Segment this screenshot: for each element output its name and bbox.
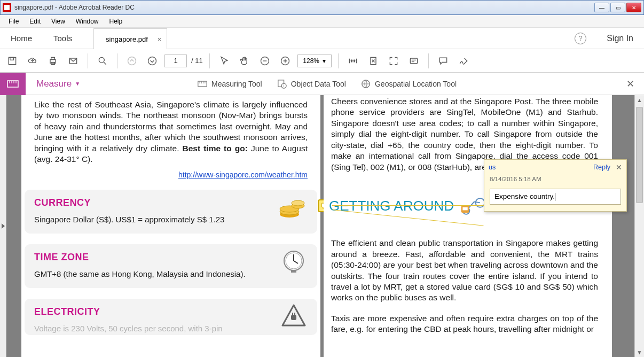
hand-tool-icon[interactable] [237, 53, 253, 69]
email-icon[interactable] [65, 53, 81, 69]
annotation-connector [332, 205, 484, 206]
zoom-select[interactable]: 128%▾ [297, 55, 332, 67]
close-button[interactable]: ✕ [626, 3, 641, 12]
comment-icon[interactable] [435, 53, 451, 69]
close-measure-bar[interactable]: ✕ [626, 78, 634, 90]
window-title: singapore.pdf - Adobe Acrobat Reader DC [14, 4, 594, 11]
getting-around-p1: The efficient and clean public transport… [324, 238, 612, 304]
climate-paragraph: Like the rest of Southeast Asia, Singapo… [21, 99, 320, 165]
sign-in-link[interactable]: Sign In [596, 28, 644, 49]
fullscreen-icon[interactable] [386, 53, 402, 69]
minimize-button[interactable]: — [594, 3, 609, 12]
measure-toolbar: Measure ▼ Measuring Tool i Object Data T… [0, 73, 644, 95]
scroll-up-icon[interactable]: ▲ [635, 95, 644, 105]
svg-point-23 [292, 200, 304, 206]
comment-popup[interactable]: us Reply ✕ 8/14/2016 5:18 AM Expensive c… [484, 159, 627, 212]
timezone-card: TIME ZONE GMT+8 (the same as Hong Kong, … [25, 244, 317, 288]
comment-date: 8/14/2016 5:18 AM [484, 175, 626, 185]
timezone-text: GMT+8 (the same as Hong Kong, Malaysia a… [34, 269, 308, 278]
zoom-out-icon[interactable] [257, 53, 273, 69]
svg-point-8 [148, 57, 156, 65]
coins-icon [277, 193, 311, 220]
electricity-card: ELECTRICITY Voltage is 230 Volts, 50 cyc… [25, 299, 317, 335]
page-total: / 11 [191, 57, 203, 65]
page-down-icon[interactable] [144, 53, 160, 69]
app-tab-row: Home Tools singapore.pdf × ? Sign In [0, 28, 644, 49]
fit-page-icon[interactable] [365, 53, 381, 69]
plug-warning-icon [277, 302, 311, 329]
menu-file[interactable]: File [3, 16, 24, 27]
currency-card: CURRENCY Singapore Dollar (S$). US$1 = a… [25, 190, 317, 234]
svg-rect-12 [410, 58, 417, 64]
clock-icon [277, 247, 311, 274]
read-mode-icon[interactable] [406, 53, 422, 69]
currency-title: CURRENCY [34, 197, 308, 208]
svg-rect-3 [51, 57, 55, 59]
window-titlebar: singapore.pdf - Adobe Acrobat Reader DC … [0, 0, 644, 15]
fit-width-icon[interactable] [345, 53, 361, 69]
search-icon[interactable] [95, 53, 111, 69]
svg-rect-26 [291, 270, 296, 273]
svg-rect-13 [7, 81, 18, 87]
measuring-tool-label: Measuring Tool [211, 80, 262, 88]
currency-text: Singapore Dollar (S$). US$1 = approximat… [34, 215, 308, 224]
page-up-icon[interactable] [124, 53, 140, 69]
app-icon [3, 3, 11, 12]
zoom-in-icon[interactable] [277, 53, 293, 69]
page-view[interactable]: Like the rest of Southeast Asia, Singapo… [6, 95, 634, 357]
menu-view[interactable]: View [46, 16, 70, 27]
geospatial-tool-button[interactable]: Geospatial Location Tool [361, 79, 457, 89]
maximize-button[interactable]: ▭ [610, 3, 625, 12]
menu-edit[interactable]: Edit [24, 16, 46, 27]
chevron-down-icon: ▾ [323, 57, 326, 65]
getting-around-title: GETTING AROUND [324, 196, 454, 216]
caret-down-icon: ▼ [75, 81, 80, 87]
scroll-thumb[interactable] [636, 107, 643, 203]
svg-point-6 [99, 57, 104, 63]
getting-around-p2: Taxis are more expensive and often requi… [324, 313, 612, 335]
main-toolbar: / 11 128%▾ [0, 49, 644, 73]
measure-badge-icon[interactable] [0, 73, 26, 95]
weather-link[interactable]: http://www-singapore.com/weather.htm [21, 165, 320, 179]
tab-home[interactable]: Home [0, 28, 43, 49]
object-data-tool-button[interactable]: i Object Data Tool [277, 79, 346, 89]
cloud-upload-icon[interactable] [25, 53, 41, 69]
object-data-tool-label: Object Data Tool [291, 80, 346, 88]
comment-close-icon[interactable]: ✕ [616, 163, 622, 172]
svg-rect-14 [198, 81, 207, 87]
scroll-down-icon[interactable]: ▼ [635, 347, 644, 357]
triangle-right-icon [2, 223, 5, 229]
svg-point-7 [128, 57, 136, 65]
document-workspace: Like the rest of Southeast Asia, Singapo… [0, 95, 644, 357]
page-number-input[interactable] [164, 55, 187, 67]
sign-icon[interactable] [455, 53, 472, 69]
navigation-pane-toggle[interactable] [0, 95, 6, 357]
measure-dropdown[interactable]: Measure ▼ [26, 79, 91, 89]
save-icon[interactable] [4, 53, 20, 69]
electricity-text: Voltage is 230 Volts, 50 cycles per seco… [34, 324, 308, 333]
comment-author: us [489, 164, 496, 171]
zoom-value: 128% [303, 57, 319, 65]
timezone-title: TIME ZONE [34, 252, 308, 263]
print-icon[interactable] [45, 53, 61, 69]
electricity-title: ELECTRICITY [34, 306, 308, 317]
tab-document-label: singapore.pdf [106, 35, 148, 43]
tab-document[interactable]: singapore.pdf × [93, 28, 167, 49]
measure-title-label: Measure [36, 79, 72, 89]
page-left: Like the rest of Southeast Asia, Singapo… [21, 95, 320, 357]
measuring-tool-button[interactable]: Measuring Tool [198, 79, 262, 89]
tab-tools[interactable]: Tools [43, 28, 83, 49]
comment-reply-link[interactable]: Reply [593, 164, 610, 171]
help-icon[interactable]: ? [575, 33, 586, 44]
vertical-scrollbar[interactable]: ▲ ▼ [634, 95, 644, 357]
menu-help[interactable]: Help [104, 16, 128, 27]
geospatial-tool-label: Geospatial Location Tool [375, 80, 457, 88]
page-right: Cheers convenience stores and at the Sin… [324, 95, 612, 357]
svg-rect-31 [462, 207, 467, 211]
menubar: File Edit View Window Help [0, 15, 644, 28]
svg-rect-27 [291, 315, 296, 320]
selection-arrow-icon[interactable] [216, 53, 232, 69]
tab-close-icon[interactable]: × [158, 35, 162, 43]
menu-window[interactable]: Window [70, 16, 104, 27]
comment-text-input[interactable]: Expensive country. [490, 189, 621, 205]
